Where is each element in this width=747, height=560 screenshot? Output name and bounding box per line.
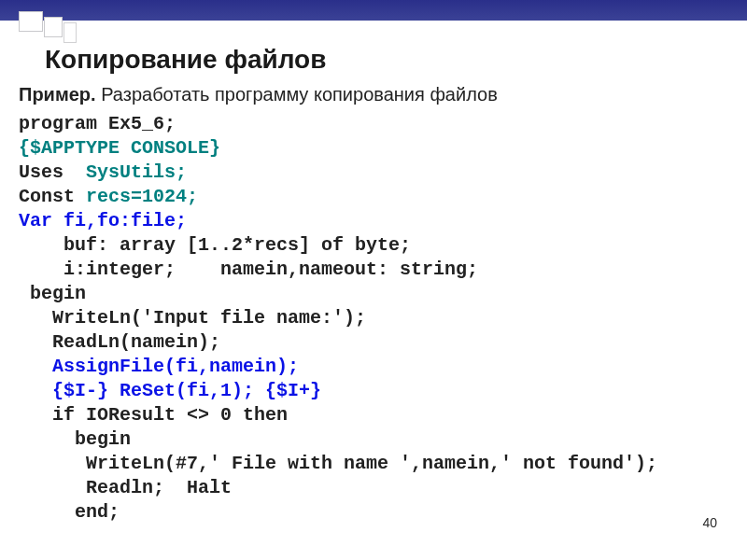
square-icon — [63, 22, 77, 43]
code-line: Uses — [19, 161, 86, 183]
code-line: ReadLn(namein); — [19, 331, 220, 353]
decorative-squares — [19, 11, 77, 43]
square-icon — [19, 11, 43, 32]
code-line: {$APPTYPE CONSOLE} — [19, 137, 220, 159]
code-line: Var fi,fo:file; — [19, 210, 187, 231]
code-line: begin — [19, 428, 131, 450]
code-line: WriteLn('Input file name:'); — [19, 307, 366, 329]
code-line: begin — [19, 283, 86, 304]
code-line: i:integer; namein,nameout: string; — [19, 259, 478, 280]
code-line: SysUtils; — [86, 161, 187, 183]
slide-title: Копирование файлов — [45, 45, 326, 75]
code-line: Const — [19, 186, 86, 207]
code-line: {$I-} ReSet(fi,1); {$I+} — [19, 380, 321, 401]
subtitle-text: Разработать программу копирования файлов — [96, 84, 498, 105]
code-line: WriteLn(#7,' File with name ',namein,' n… — [19, 453, 657, 474]
code-line: if IOResult <> 0 then — [19, 404, 288, 426]
page-number: 40 — [702, 515, 717, 530]
subtitle-bold: Пример. — [19, 84, 96, 105]
code-line: end; — [19, 501, 120, 523]
code-line: recs=1024; — [86, 186, 198, 207]
square-icon — [44, 17, 63, 37]
slide-subtitle: Пример. Разработать программу копировани… — [19, 84, 498, 105]
code-line: buf: array [1..2*recs] of byte; — [19, 234, 411, 256]
code-line: AssignFile(fi,namein); — [19, 356, 299, 377]
code-line: Readln; Halt — [19, 477, 232, 498]
header-bar — [0, 0, 747, 21]
code-line: program Ex5_6; — [19, 113, 176, 134]
code-block: program Ex5_6; {$APPTYPE CONSOLE} Uses S… — [19, 112, 657, 525]
